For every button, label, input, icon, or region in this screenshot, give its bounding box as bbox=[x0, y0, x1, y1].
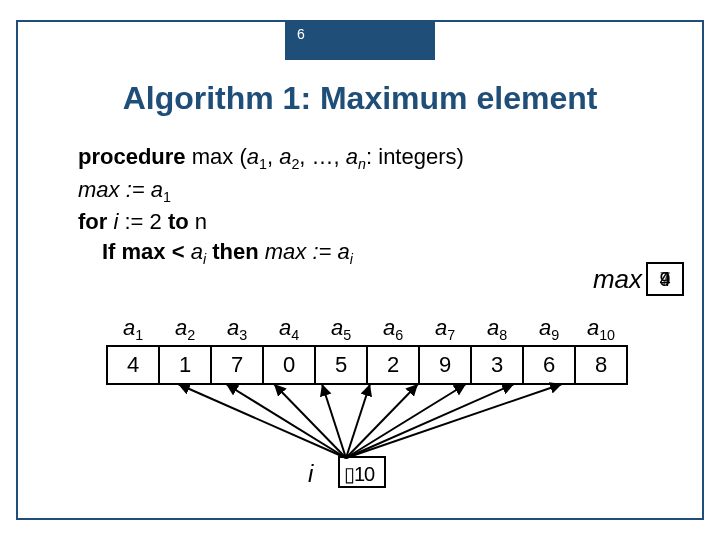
hdr-sub: 8 bbox=[499, 327, 507, 343]
array-cell: 9 bbox=[419, 346, 471, 384]
pseudocode-block: procedure max (a1, a2, …, an: integers) … bbox=[78, 142, 464, 270]
var-a: a bbox=[346, 144, 358, 169]
sub: 1 bbox=[163, 189, 171, 205]
slide-frame: 6 Algorithm 1: Maximum element procedure… bbox=[16, 20, 704, 520]
kw-then: then bbox=[206, 239, 265, 264]
code-line-4: If max < ai then max := ai bbox=[78, 237, 464, 270]
hdr-sub: 5 bbox=[343, 327, 351, 343]
array-cell: 1 bbox=[159, 346, 211, 384]
array-cell: 4 bbox=[107, 346, 159, 384]
hdr-sub: 7 bbox=[447, 327, 455, 343]
code-line-1: procedure max (a1, a2, …, an: integers) bbox=[78, 142, 464, 175]
array-header: a5 bbox=[315, 314, 367, 346]
hdr-sym: a bbox=[539, 315, 551, 340]
var-a: a bbox=[191, 239, 203, 264]
hdr-sub: 2 bbox=[187, 327, 195, 343]
var-a: a bbox=[279, 144, 291, 169]
kw-procedure: procedure bbox=[78, 144, 186, 169]
txt: , bbox=[267, 144, 279, 169]
hdr-sym: a bbox=[175, 315, 187, 340]
stmt-assign: max := a bbox=[265, 239, 350, 264]
array-header: a9 bbox=[523, 314, 575, 346]
kw-for: for bbox=[78, 209, 113, 234]
array-header: a8 bbox=[471, 314, 523, 346]
sub: 1 bbox=[259, 156, 267, 172]
array-header: a6 bbox=[367, 314, 419, 346]
array-header: a7 bbox=[419, 314, 471, 346]
hdr-sub: 1 bbox=[135, 327, 143, 343]
svg-line-7 bbox=[346, 384, 514, 458]
hdr-sym: a bbox=[435, 315, 447, 340]
array-cell: 2 bbox=[367, 346, 419, 384]
i-label: i bbox=[308, 460, 313, 488]
array-value-row: 4 1 7 0 5 2 9 3 6 8 bbox=[107, 346, 627, 384]
hdr-sub: 6 bbox=[395, 327, 403, 343]
max-value-overlay-c: 7 bbox=[648, 264, 682, 294]
array-header: a2 bbox=[159, 314, 211, 346]
i-value-overlay-b: 0 bbox=[364, 458, 375, 490]
array-cell: 6 bbox=[523, 346, 575, 384]
page-number: 6 bbox=[297, 26, 305, 42]
slide-title: Algorithm 1: Maximum element bbox=[18, 80, 702, 117]
max-label: max bbox=[593, 264, 642, 295]
array-cell: 3 bbox=[471, 346, 523, 384]
hdr-sym: a bbox=[487, 315, 499, 340]
txt: max ( bbox=[186, 144, 247, 169]
page-number-box: 6 bbox=[285, 20, 435, 60]
code-line-2: max := a1 bbox=[78, 175, 464, 208]
txt: , …, bbox=[299, 144, 345, 169]
array-cell: 5 bbox=[315, 346, 367, 384]
trace-arrows bbox=[106, 380, 586, 460]
txt: n bbox=[189, 209, 207, 234]
kw-to: to bbox=[168, 209, 189, 234]
stmt-max-init: max := a bbox=[78, 177, 163, 202]
array-header: a10 bbox=[575, 314, 627, 346]
svg-line-0 bbox=[178, 384, 346, 458]
sub: i bbox=[350, 251, 353, 267]
max-value-box: 9 4 7 bbox=[646, 262, 684, 296]
array-header-row: a1 a2 a3 a4 a5 a6 a7 a8 a9 a10 bbox=[107, 314, 627, 346]
kw-if: If max < bbox=[102, 239, 191, 264]
hdr-sub: 9 bbox=[551, 327, 559, 343]
code-line-3: for i := 2 to n bbox=[78, 207, 464, 237]
array-cell: 7 bbox=[211, 346, 263, 384]
array-cell: 0 bbox=[263, 346, 315, 384]
hdr-sym: a bbox=[587, 315, 599, 340]
sub: n bbox=[358, 156, 366, 172]
txt: := 2 bbox=[118, 209, 168, 234]
hdr-sym: a bbox=[227, 315, 239, 340]
hdr-sym: a bbox=[331, 315, 343, 340]
svg-line-8 bbox=[346, 384, 562, 458]
var-a: a bbox=[247, 144, 259, 169]
array-header: a4 bbox=[263, 314, 315, 346]
array-cell: 8 bbox=[575, 346, 627, 384]
hdr-sym: a bbox=[279, 315, 291, 340]
hdr-sub: 4 bbox=[291, 327, 299, 343]
array-header: a1 bbox=[107, 314, 159, 346]
hdr-sub: 10 bbox=[599, 327, 615, 343]
hdr-sub: 3 bbox=[239, 327, 247, 343]
hdr-sym: a bbox=[383, 315, 395, 340]
hdr-sym: a bbox=[123, 315, 135, 340]
array-header: a3 bbox=[211, 314, 263, 346]
txt: : integers) bbox=[366, 144, 464, 169]
i-value-box: ▯ 1 0 bbox=[338, 456, 386, 488]
array-table: a1 a2 a3 a4 a5 a6 a7 a8 a9 a10 4 1 7 0 5… bbox=[106, 314, 628, 385]
